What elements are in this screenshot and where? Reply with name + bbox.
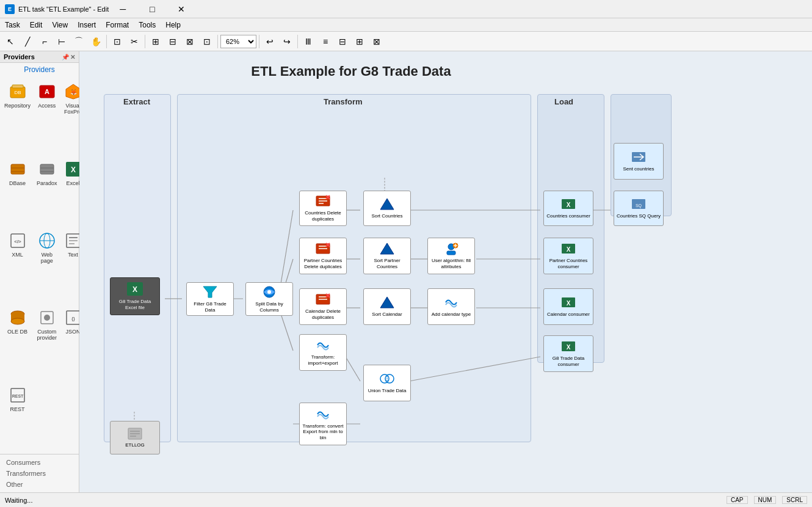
- pin-button[interactable]: 📌: [62, 54, 69, 60]
- menu-bar: Task Edit View Insert Format Tools Help: [0, 18, 812, 32]
- node-countries-consumer[interactable]: X Countries consumer: [543, 191, 593, 226]
- webpage-icon: [37, 231, 57, 250]
- align-center[interactable]: ⊟: [165, 34, 181, 49]
- etllog-label: ETLLOG: [125, 442, 145, 448]
- provider-repository[interactable]: DB Repository: [2, 79, 32, 154]
- split-icon: [261, 285, 277, 301]
- scrl-indicator: SCRL: [782, 496, 807, 504]
- svg-text:🦊: 🦊: [70, 89, 77, 96]
- select-tool[interactable]: ↖: [2, 34, 18, 49]
- node-partner-consumer[interactable]: X Partner Countries consumer: [543, 238, 593, 274]
- transformers-link[interactable]: Transformers: [0, 468, 79, 479]
- svg-text:X: X: [567, 344, 571, 351]
- panel-header-actions: 📌 ✕: [62, 54, 75, 60]
- node-calendar-consumer[interactable]: X Calendar consumer: [543, 288, 593, 325]
- node-split[interactable]: Split Data by Columns: [245, 282, 293, 316]
- zoom-dropdown[interactable]: 62% 100% 75% 50%: [220, 35, 256, 48]
- pan-tool[interactable]: ✋: [88, 34, 104, 49]
- format-btn3[interactable]: ⊟: [335, 34, 350, 49]
- svg-point-86: [380, 374, 389, 383]
- provider-dbase[interactable]: DBase: [2, 156, 32, 225]
- svg-text:{}: {}: [71, 316, 75, 321]
- menu-format[interactable]: Format: [101, 18, 134, 32]
- cut[interactable]: ✂: [126, 34, 142, 49]
- node-sort-calendar[interactable]: Sort Calendar: [363, 288, 411, 325]
- node-sort-countries[interactable]: Sort Countries: [363, 191, 411, 226]
- countries-delete-label: Countries Delete duplicates: [302, 210, 344, 222]
- node-calendar-delete[interactable]: Calendar Delete duplicates: [299, 288, 347, 325]
- provider-xml[interactable]: </> XML: [2, 228, 32, 303]
- node-transform-import[interactable]: Transform: import+export: [299, 334, 347, 371]
- node-etllog[interactable]: ETLLOG: [110, 421, 160, 454]
- minimize-button[interactable]: ─: [109, 0, 137, 18]
- app-icon: E: [5, 4, 15, 14]
- node-filter[interactable]: Filter G8 Trade Data: [186, 282, 234, 316]
- menu-help[interactable]: Help: [161, 18, 186, 32]
- draw-line[interactable]: ╱: [20, 34, 35, 49]
- format-btn5[interactable]: ⊠: [369, 34, 385, 49]
- provider-grid: DB Repository A Access: [0, 76, 79, 454]
- calendar-consumer-label: Calendar consumer: [547, 312, 590, 318]
- rest-label: REST: [10, 406, 25, 412]
- svg-point-26: [11, 318, 24, 324]
- panel-title: Providers: [4, 53, 35, 60]
- node-partner-delete[interactable]: Partner Countries Delete duplicates: [299, 238, 347, 274]
- canvas-area[interactable]: ETL Example for G8 Trade Data Extract Tr…: [79, 51, 812, 492]
- format-btn4[interactable]: ⊞: [352, 34, 368, 49]
- node-user-algorithm[interactable]: User algorithm: fill attributes: [427, 238, 475, 274]
- panel-close-button[interactable]: ✕: [70, 54, 75, 60]
- svg-marker-85: [380, 297, 394, 308]
- close-button[interactable]: ✕: [167, 0, 195, 18]
- g8-consumer-icon: X: [560, 340, 576, 355]
- provider-access[interactable]: A Access: [35, 79, 59, 154]
- draw-rect-line[interactable]: ⊢: [54, 34, 70, 49]
- node-countries-sq-query[interactable]: SQ Countries SQ Query: [614, 191, 664, 226]
- svg-rect-1: [12, 85, 23, 88]
- menu-tools[interactable]: Tools: [134, 18, 161, 32]
- window-title: ETL task "ETL Example" - Edit: [18, 5, 109, 13]
- partner-consumer-label: Partner Countries consumer: [546, 258, 591, 269]
- align-top[interactable]: ⊡: [199, 34, 215, 49]
- provider-rest[interactable]: REST REST: [2, 382, 32, 451]
- draw-step-line[interactable]: ⌐: [37, 34, 53, 49]
- redo[interactable]: ↪: [279, 34, 295, 49]
- partner-delete-label: Partner Countries Delete duplicates: [302, 258, 344, 269]
- select-all[interactable]: ⊡: [109, 34, 125, 49]
- node-sort-partner[interactable]: Sort Partner Countries: [363, 238, 411, 274]
- menu-view[interactable]: View: [47, 18, 73, 32]
- countries-consumer-label: Countries consumer: [546, 213, 590, 219]
- draw-curved[interactable]: ⌒: [71, 34, 87, 49]
- providers-panel: Providers 📌 ✕ Providers DB Repository: [0, 51, 79, 492]
- node-union[interactable]: Union Trade Data: [363, 365, 411, 401]
- window-controls: ─ □ ✕: [109, 0, 195, 18]
- transform-convert-icon: [315, 407, 331, 423]
- diagram-title: ETL Example for G8 Trade Data: [85, 57, 617, 92]
- panel-header: Providers 📌 ✕: [0, 51, 79, 63]
- node-countries-delete[interactable]: Countries Delete duplicates: [299, 191, 347, 226]
- provider-oledb[interactable]: OLE DB: [2, 305, 32, 380]
- align-right[interactable]: ⊠: [182, 34, 198, 49]
- other-link[interactable]: Other: [0, 479, 79, 490]
- undo[interactable]: ↩: [262, 34, 278, 49]
- provider-customprovider[interactable]: Custom provider: [35, 305, 59, 380]
- node-transform-convert[interactable]: Transform: convert Export from mln to bl…: [299, 403, 347, 445]
- node-g8-consumer[interactable]: X G8 Trade Data consumer: [543, 335, 593, 372]
- menu-edit[interactable]: Edit: [25, 18, 48, 32]
- paradox-label: Paradox: [37, 180, 57, 186]
- menu-insert[interactable]: Insert: [73, 18, 101, 32]
- sep5: [297, 35, 298, 48]
- format-btn1[interactable]: Ⅲ: [300, 34, 316, 49]
- transform-convert-label: Transform: convert Export from mln to bl…: [302, 423, 344, 441]
- svg-text:X: X: [71, 166, 76, 174]
- node-sent-countries[interactable]: Sent countries: [614, 143, 664, 180]
- consumers-link[interactable]: Consumers: [0, 457, 79, 468]
- format-btn2[interactable]: ≡: [317, 34, 333, 49]
- align-left[interactable]: ⊞: [148, 34, 164, 49]
- provider-webpage[interactable]: Web page: [35, 228, 59, 303]
- menu-task[interactable]: Task: [0, 18, 25, 32]
- node-add-calendar[interactable]: Add calendar type: [427, 288, 475, 325]
- node-g8-excel[interactable]: X G8 Trade Data Excel file: [110, 277, 160, 315]
- transform-label: Transform: [324, 97, 363, 106]
- maximize-button[interactable]: □: [138, 0, 166, 18]
- provider-paradox[interactable]: Paradox: [35, 156, 59, 225]
